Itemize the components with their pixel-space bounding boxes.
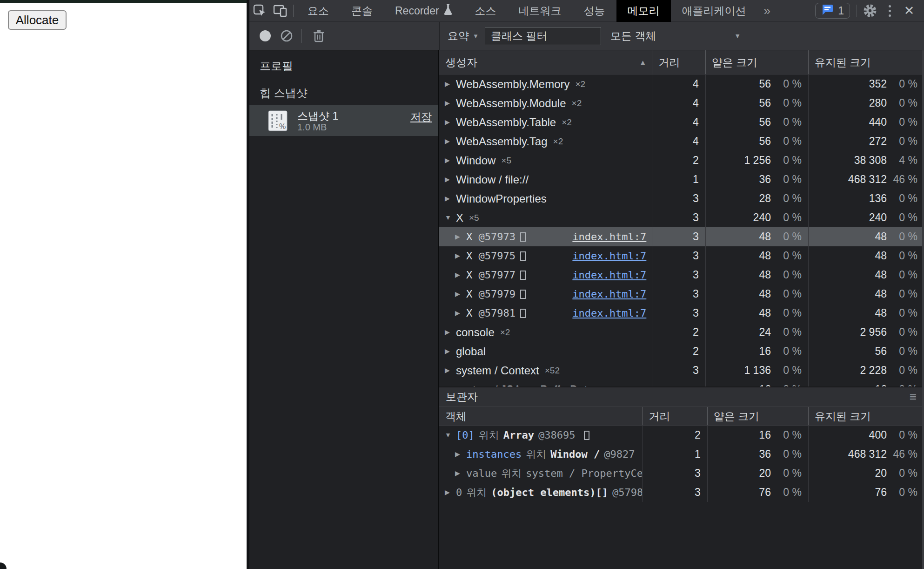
- source-link[interactable]: index.html:7: [572, 246, 646, 265]
- tab-메모리[interactable]: 메모리: [616, 0, 671, 22]
- heap-row[interactable]: ▼X×532400 %2400 %: [439, 208, 924, 227]
- triangle-collapsed-icon[interactable]: ▶: [455, 284, 466, 304]
- size-value: 48: [809, 304, 887, 323]
- triangle-collapsed-icon[interactable]: ▶: [455, 246, 466, 265]
- heap-row[interactable]: ▶WebAssembly.Tag×24560 %2720 %: [439, 132, 924, 151]
- triangle-collapsed-icon[interactable]: ▶: [445, 361, 456, 380]
- triangle-collapsed-icon[interactable]: ▶: [455, 227, 466, 246]
- size-cell: 2400 %: [809, 208, 924, 227]
- tab-Recorder[interactable]: Recorder: [384, 0, 464, 22]
- column-header-retained-size[interactable]: 유지된 크기: [809, 407, 924, 425]
- heap-row[interactable]: ▶X @57979index.html:73480 %480 %: [439, 284, 924, 304]
- device-toolbar-icon[interactable]: [270, 0, 290, 22]
- distance-value: 3: [643, 483, 707, 502]
- source-link[interactable]: index.html:7: [572, 265, 646, 284]
- browser-page: Allocate: [0, 0, 247, 569]
- heap-table-rows: ▶WebAssembly.Memory×24560 %3520 %▶WebAss…: [439, 75, 924, 386]
- retainer-row[interactable]: ▶instances위치Window /@98271360 %468 31246…: [439, 445, 924, 464]
- heap-row[interactable]: ▶X @57977index.html:73480 %480 %: [439, 265, 924, 284]
- retainer-segment: 0: [456, 483, 462, 502]
- tab-요소[interactable]: 요소: [296, 0, 340, 22]
- snapshot-title: 스냅샷 1: [297, 109, 338, 123]
- profiles-sidebar: 프로필 힙 스냅샷 % 스냅샷 1 1.0 MB 저장: [249, 50, 439, 569]
- triangle-collapsed-icon[interactable]: ▶: [455, 464, 466, 483]
- distance-value: 4: [652, 132, 705, 151]
- heap-row[interactable]: ▶X @57973index.html:73480 %480 %: [439, 227, 924, 246]
- kebab-menu-icon[interactable]: [880, 5, 899, 17]
- size-cell: 2800 %: [809, 94, 924, 113]
- distance-cell: 2: [652, 342, 706, 361]
- triangle-collapsed-icon[interactable]: ▶: [445, 170, 456, 189]
- tab-네트워크[interactable]: 네트워크: [508, 0, 573, 22]
- record-heap-button[interactable]: [260, 30, 271, 41]
- triangle-collapsed-icon[interactable]: ▶: [445, 189, 456, 208]
- heap-row[interactable]: ▶Window / file://1360 %468 31246 %: [439, 170, 924, 189]
- triangle-expanded-icon[interactable]: ▼: [445, 208, 456, 227]
- source-link[interactable]: index.html:7: [572, 227, 646, 246]
- column-header-shallow-size[interactable]: 얕은 크기: [708, 407, 809, 425]
- heap-row[interactable]: ▶WebAssembly.Module×24560 %2800 %: [439, 94, 924, 113]
- source-link[interactable]: index.html:7: [572, 304, 646, 323]
- column-header-object[interactable]: 객체: [439, 407, 643, 425]
- tab-성능[interactable]: 성능: [573, 0, 616, 22]
- heap-row[interactable]: ▶console×22240 %2 9560 %: [439, 323, 924, 342]
- tab-애플리케이션[interactable]: 애플리케이션: [671, 0, 757, 22]
- delete-icon[interactable]: [313, 29, 325, 45]
- triangle-collapsed-icon[interactable]: ▶: [455, 265, 466, 284]
- column-header-shallow-size[interactable]: 얕은 크기: [706, 50, 809, 74]
- heap-row[interactable]: ▶Window×521 2560 %38 3084 %: [439, 151, 924, 170]
- heap-row[interactable]: ▶X @57981index.html:73480 %480 %: [439, 304, 924, 323]
- snapshot-list-item[interactable]: % 스냅샷 1 1.0 MB 저장: [249, 105, 438, 136]
- heap-row[interactable]: ▶WebAssembly.Memory×24560 %3520 %: [439, 75, 924, 94]
- objects-scope-dropdown[interactable]: 모든 객체▼: [610, 28, 741, 43]
- missing-glyph-icon: [520, 251, 526, 261]
- size-percent: 0 %: [771, 483, 808, 502]
- tab-소스[interactable]: 소스: [464, 0, 508, 22]
- column-header-distance[interactable]: 거리: [643, 407, 707, 425]
- tab-콘솔[interactable]: 콘솔: [340, 0, 384, 22]
- allocate-button[interactable]: Allocate: [8, 10, 67, 30]
- close-icon[interactable]: ✕: [899, 3, 919, 18]
- heap-row[interactable]: ▶system / Context×5231 1360 %2 2280 %: [439, 361, 924, 380]
- settings-gear-icon[interactable]: [860, 0, 880, 22]
- triangle-collapsed-icon[interactable]: ▶: [455, 445, 466, 464]
- size-value: 48: [706, 304, 771, 323]
- heap-row[interactable]: ▶system / JSArrayBufferData160 %160 %: [439, 380, 924, 386]
- class-filter-input[interactable]: [485, 27, 601, 45]
- triangle-collapsed-icon[interactable]: ▶: [445, 113, 456, 132]
- inspect-element-icon[interactable]: [249, 0, 270, 22]
- triangle-collapsed-icon[interactable]: ▶: [445, 483, 456, 502]
- size-value: 38 308: [809, 151, 887, 170]
- retainer-row[interactable]: ▼[0]위치Array@386952160 %4000 %: [439, 426, 924, 445]
- size-cell: 160 %: [809, 380, 924, 386]
- heap-row[interactable]: ▶global2160 %560 %: [439, 342, 924, 361]
- heap-row[interactable]: ▶WindowProperties3280 %1360 %: [439, 189, 924, 208]
- column-header-distance[interactable]: 거리: [652, 50, 706, 74]
- triangle-collapsed-icon[interactable]: ▶: [445, 75, 456, 94]
- heap-row[interactable]: ▶X @57975index.html:73480 %480 %: [439, 246, 924, 265]
- triangle-collapsed-icon[interactable]: ▶: [445, 323, 456, 342]
- size-cell: 480 %: [809, 246, 924, 265]
- triangle-expanded-icon[interactable]: ▼: [445, 426, 456, 445]
- perspective-dropdown[interactable]: 요약▼: [448, 28, 479, 43]
- triangle-collapsed-icon[interactable]: ▶: [455, 304, 466, 323]
- save-snapshot-link[interactable]: 저장: [410, 110, 432, 124]
- source-link[interactable]: index.html:7: [572, 284, 646, 304]
- retainer-row[interactable]: ▶0위치(object elements)[]@579833760 %760 %: [439, 483, 924, 502]
- memory-toolbar: 요약▼ 모든 객체▼: [249, 22, 924, 50]
- issues-counter-button[interactable]: 1: [815, 3, 850, 19]
- triangle-collapsed-icon[interactable]: ▶: [445, 380, 456, 386]
- triangle-collapsed-icon[interactable]: ▶: [445, 132, 456, 151]
- column-header-retained-size[interactable]: 유지된 크기: [809, 50, 924, 74]
- triangle-collapsed-icon[interactable]: ▶: [445, 342, 456, 361]
- column-header-constructor[interactable]: 생성자 ▲: [439, 50, 652, 74]
- hamburger-menu-icon[interactable]: ≡: [910, 390, 917, 404]
- triangle-collapsed-icon[interactable]: ▶: [445, 94, 456, 113]
- tab-label: 메모리: [628, 4, 660, 18]
- more-tabs-chevron[interactable]: »: [757, 4, 777, 18]
- retainer-row[interactable]: ▶value위치system / PropertyCell3200 %200 %: [439, 464, 924, 483]
- heap-row[interactable]: ▶WebAssembly.Table×24560 %4400 %: [439, 113, 924, 132]
- constructor-name: X: [456, 208, 463, 227]
- clear-profiles-icon[interactable]: [280, 29, 293, 44]
- triangle-collapsed-icon[interactable]: ▶: [445, 151, 456, 170]
